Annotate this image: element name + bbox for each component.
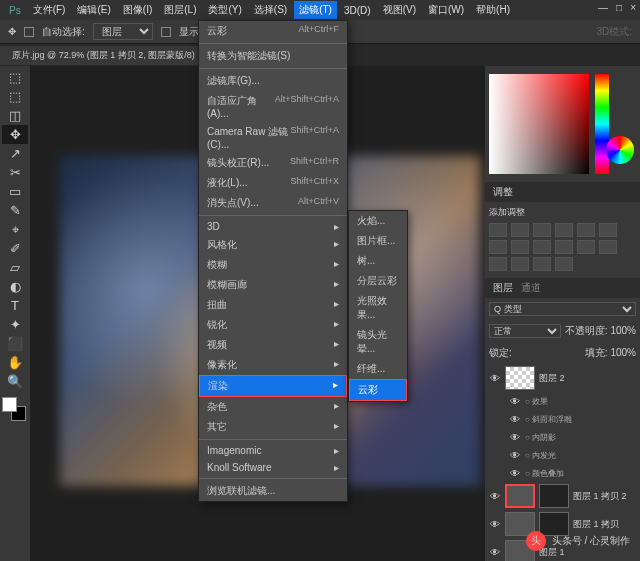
adj-icon[interactable] bbox=[489, 240, 507, 254]
color-panel[interactable] bbox=[485, 66, 640, 182]
hue-slider[interactable] bbox=[595, 74, 609, 174]
menu-item[interactable]: Camera Raw 滤镜(C)...Shift+Ctrl+A bbox=[199, 122, 347, 153]
color-swatch[interactable] bbox=[2, 397, 26, 421]
transform-checkbox[interactable] bbox=[161, 27, 171, 37]
menu-item[interactable]: 云彩Alt+Ctrl+F bbox=[199, 21, 347, 41]
menu-item[interactable]: 风格化 bbox=[199, 235, 347, 255]
menu-item[interactable]: 消失点(V)...Alt+Ctrl+V bbox=[199, 193, 347, 213]
tool-12[interactable]: T bbox=[2, 296, 28, 315]
document-tab[interactable]: 原片.jpg @ 72.9% (图层 1 拷贝 2, 图层蒙版/8) bbox=[0, 46, 208, 65]
auto-select-target[interactable]: 图层 bbox=[93, 23, 153, 40]
adj-icon[interactable] bbox=[533, 240, 551, 254]
layer-row[interactable]: 👁○ 效果 bbox=[485, 392, 640, 410]
menu-item[interactable]: 其它 bbox=[199, 417, 347, 437]
layer-row[interactable]: 👁图层 2 bbox=[485, 364, 640, 392]
menu-item[interactable]: 转换为智能滤镜(S) bbox=[199, 46, 347, 66]
visibility-icon[interactable]: 👁 bbox=[509, 450, 521, 461]
visibility-icon[interactable]: 👁 bbox=[489, 519, 501, 530]
tool-0[interactable]: ⬚ bbox=[2, 68, 28, 87]
menu-item[interactable]: 滤镜库(G)... bbox=[199, 71, 347, 91]
visibility-icon[interactable]: 👁 bbox=[509, 468, 521, 479]
tool-11[interactable]: ◐ bbox=[2, 277, 28, 296]
adj-icon[interactable] bbox=[599, 240, 617, 254]
menu-9[interactable]: 窗口(W) bbox=[423, 1, 469, 19]
submenu-item[interactable]: 光照效果... bbox=[349, 291, 407, 325]
color-wheel-icon[interactable] bbox=[606, 136, 634, 164]
tool-13[interactable]: ✦ bbox=[2, 315, 28, 334]
adj-icon[interactable] bbox=[599, 223, 617, 237]
adj-icon[interactable] bbox=[511, 223, 529, 237]
adj-icon[interactable] bbox=[511, 240, 529, 254]
menu-item[interactable]: 杂色 bbox=[199, 397, 347, 417]
menu-item[interactable]: 锐化 bbox=[199, 315, 347, 335]
tool-10[interactable]: ▱ bbox=[2, 258, 28, 277]
adj-icon[interactable] bbox=[555, 240, 573, 254]
adj-icon[interactable] bbox=[489, 223, 507, 237]
submenu-item[interactable]: 树... bbox=[349, 251, 407, 271]
menu-item[interactable]: 渲染 bbox=[199, 375, 347, 397]
adj-icon[interactable] bbox=[577, 240, 595, 254]
winctrl-btn[interactable]: — bbox=[598, 2, 608, 13]
menu-item[interactable]: 浏览联机滤镜... bbox=[199, 481, 347, 501]
menu-item[interactable]: 扭曲 bbox=[199, 295, 347, 315]
menu-item[interactable]: 模糊 bbox=[199, 255, 347, 275]
layer-filter[interactable]: Q 类型 bbox=[489, 302, 636, 316]
submenu-item[interactable]: 火焰... bbox=[349, 211, 407, 231]
menu-item[interactable]: 液化(L)...Shift+Ctrl+X bbox=[199, 173, 347, 193]
menu-item[interactable]: 视频 bbox=[199, 335, 347, 355]
layer-row[interactable]: 👁○ 斜面和浮雕 bbox=[485, 410, 640, 428]
visibility-icon[interactable]: 👁 bbox=[509, 396, 521, 407]
adj-icon[interactable] bbox=[577, 223, 595, 237]
color-field[interactable] bbox=[489, 74, 589, 174]
menu-item[interactable]: Imagenomic bbox=[199, 442, 347, 459]
menu-3[interactable]: 图层(L) bbox=[159, 1, 201, 19]
menu-5[interactable]: 选择(S) bbox=[249, 1, 292, 19]
layer-row[interactable]: 👁○ 颜色叠加 bbox=[485, 464, 640, 482]
visibility-icon[interactable]: 👁 bbox=[509, 414, 521, 425]
menu-item[interactable]: Knoll Software bbox=[199, 459, 347, 476]
visibility-icon[interactable]: 👁 bbox=[489, 373, 501, 384]
visibility-icon[interactable]: 👁 bbox=[509, 432, 521, 443]
submenu-item[interactable]: 分层云彩 bbox=[349, 271, 407, 291]
tool-8[interactable]: ⌖ bbox=[2, 220, 28, 239]
layer-thumb[interactable] bbox=[505, 484, 535, 508]
menu-item[interactable]: 3D bbox=[199, 218, 347, 235]
adj-icon[interactable] bbox=[511, 257, 529, 271]
tool-3[interactable]: ✥ bbox=[2, 125, 28, 144]
tool-16[interactable]: 🔍 bbox=[2, 372, 28, 391]
layer-thumb[interactable] bbox=[505, 366, 535, 390]
layer-row[interactable]: 👁图层 1 拷贝 2 bbox=[485, 482, 640, 510]
auto-select-checkbox[interactable] bbox=[24, 27, 34, 37]
tool-1[interactable]: ⬚ bbox=[2, 87, 28, 106]
winctrl-btn[interactable]: × bbox=[630, 2, 636, 13]
submenu-item[interactable]: 图片框... bbox=[349, 231, 407, 251]
submenu-item[interactable]: 镜头光晕... bbox=[349, 325, 407, 359]
adj-icon[interactable] bbox=[555, 223, 573, 237]
menu-0[interactable]: 文件(F) bbox=[28, 1, 71, 19]
layer-row[interactable]: 👁○ 内发光 bbox=[485, 446, 640, 464]
fill-label[interactable]: 填充: 100% bbox=[585, 346, 636, 360]
adj-icon[interactable] bbox=[533, 223, 551, 237]
menu-10[interactable]: 帮助(H) bbox=[471, 1, 515, 19]
tool-14[interactable]: ⬛ bbox=[2, 334, 28, 353]
menu-8[interactable]: 视图(V) bbox=[378, 1, 421, 19]
menu-item[interactable]: 自适应广角(A)...Alt+Shift+Ctrl+A bbox=[199, 91, 347, 122]
menu-7[interactable]: 3D(D) bbox=[339, 3, 376, 18]
menu-item[interactable]: 镜头校正(R)...Shift+Ctrl+R bbox=[199, 153, 347, 173]
menu-item[interactable]: 像素化 bbox=[199, 355, 347, 375]
adj-icon[interactable] bbox=[555, 257, 573, 271]
tool-2[interactable]: ◫ bbox=[2, 106, 28, 125]
blend-mode[interactable]: 正常 bbox=[489, 324, 561, 338]
menu-4[interactable]: 类型(Y) bbox=[203, 1, 246, 19]
layer-row[interactable]: 👁○ 内阴影 bbox=[485, 428, 640, 446]
window-controls[interactable]: —□× bbox=[598, 2, 636, 13]
submenu-item[interactable]: 纤维... bbox=[349, 359, 407, 379]
menu-2[interactable]: 图像(I) bbox=[118, 1, 157, 19]
tool-5[interactable]: ✂ bbox=[2, 163, 28, 182]
mask-thumb[interactable] bbox=[539, 484, 569, 508]
tool-4[interactable]: ↗ bbox=[2, 144, 28, 163]
adj-icon[interactable] bbox=[533, 257, 551, 271]
submenu-item[interactable]: 云彩 bbox=[349, 379, 407, 401]
visibility-icon[interactable]: 👁 bbox=[489, 547, 501, 558]
visibility-icon[interactable]: 👁 bbox=[489, 491, 501, 502]
